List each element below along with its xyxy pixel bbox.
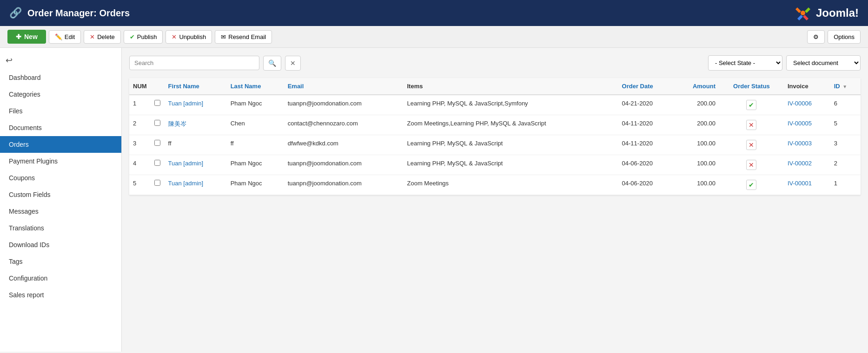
col-header-order-status[interactable]: Order Status <box>719 78 784 95</box>
sidebar-item-documents[interactable]: Documents <box>0 119 121 136</box>
state-filter[interactable]: - Select State - Published Unpublished <box>708 55 782 71</box>
cell-checkbox <box>151 115 165 135</box>
table-row: 5 Tuan [admin] Pham Ngoc tuanpn@joomdona… <box>129 175 861 195</box>
cell-order-date: 04-11-2020 <box>618 115 675 135</box>
cell-invoice: IV-00005 <box>784 115 830 135</box>
cell-checkbox <box>151 135 165 155</box>
cell-invoice: IV-00001 <box>784 175 830 195</box>
cell-invoice: IV-00002 <box>784 155 830 175</box>
cell-invoice: IV-00006 <box>784 95 830 115</box>
sidebar-item-sales-report[interactable]: Sales report <box>0 287 121 303</box>
invoice-link[interactable]: IV-00001 <box>788 180 812 187</box>
status-x-icon[interactable]: ✕ <box>746 120 756 130</box>
resend-email-button[interactable]: ✉ Resend Email <box>215 30 272 44</box>
firstname-link[interactable]: Tuan [admin] <box>168 100 203 107</box>
sidebar-item-configuration[interactable]: Configuration <box>0 270 121 287</box>
sidebar-item-translations[interactable]: Translations <box>0 220 121 236</box>
filter-right: - Select State - Published Unpublished S… <box>708 55 861 71</box>
document-filter[interactable]: Select document <box>786 55 861 71</box>
table-row: 1 Tuan [admin] Pham Ngoc tuanpn@joomdona… <box>129 95 861 115</box>
edit-button[interactable]: ✏️ Edit <box>49 30 81 44</box>
sidebar-item-files[interactable]: Files <box>0 103 121 119</box>
status-check-icon[interactable]: ✔ <box>746 180 756 190</box>
sidebar-item-categories[interactable]: Categories <box>0 86 121 103</box>
firstname-link[interactable]: Tuan [admin] <box>168 180 203 187</box>
cell-amount: 100.00 <box>675 135 719 155</box>
cell-items: Zoom Meetings <box>404 175 618 195</box>
status-check-icon[interactable]: ✔ <box>746 100 756 110</box>
col-header-firstname[interactable]: First Name <box>165 78 227 95</box>
status-x-icon[interactable]: ✕ <box>746 140 756 150</box>
cell-order-status: ✔ <box>719 175 784 195</box>
cell-email: tuanpn@joomdonation.com <box>284 155 404 175</box>
link-icon: 🔗 <box>9 7 22 19</box>
page-title: Order Manager: Orders <box>27 8 130 19</box>
sidebar-item-tags[interactable]: Tags <box>0 253 121 270</box>
firstname-link[interactable]: Tuan [admin] <box>168 160 203 167</box>
invoice-link[interactable]: IV-00006 <box>788 100 812 107</box>
cell-order-status: ✕ <box>719 115 784 135</box>
col-header-amount[interactable]: Amount <box>675 78 719 95</box>
row-checkbox[interactable] <box>154 140 160 146</box>
search-input[interactable] <box>129 56 259 70</box>
options-button[interactable]: Options <box>828 30 861 44</box>
cell-items: Learning PHP, MySQL & JavaScript <box>404 135 618 155</box>
sidebar-item-orders[interactable]: Orders <box>0 136 121 153</box>
cell-firstname: Tuan [admin] <box>165 175 227 195</box>
cell-num: 1 <box>129 95 151 115</box>
toolbar: ✚ New ✏️ Edit ✕ Delete ✔ Publish ✕ Unpub… <box>0 26 868 48</box>
clear-search-button[interactable]: ✕ <box>285 56 301 71</box>
new-button[interactable]: ✚ New <box>7 30 46 44</box>
cell-firstname: ff <box>165 135 227 155</box>
cell-amount: 100.00 <box>675 155 719 175</box>
row-checkbox[interactable] <box>154 160 160 166</box>
cell-amount: 100.00 <box>675 175 719 195</box>
sidebar-item-payment-plugins[interactable]: Payment Plugins <box>0 153 121 170</box>
invoice-link[interactable]: IV-00002 <box>788 160 812 167</box>
joomla-logo: Joomla! <box>794 4 859 22</box>
table-row: 2 陳美岑 Chen contact@chennozaro.com Zoom M… <box>129 115 861 135</box>
sidebar-item-coupons[interactable]: Coupons <box>0 170 121 186</box>
sidebar-item-dashboard[interactable]: Dashboard <box>0 69 121 86</box>
top-header: 🔗 Order Manager: Orders Joomla! <box>0 0 868 26</box>
unpublish-button[interactable]: ✕ Unpublish <box>166 30 212 44</box>
col-header-id[interactable]: ID ▼ <box>830 78 861 95</box>
gear-button[interactable]: ⚙ <box>807 30 825 44</box>
status-x-icon[interactable]: ✕ <box>746 160 756 170</box>
col-header-order-date[interactable]: Order Date <box>618 78 675 95</box>
content-area: 🔍 ✕ - Select State - Published Unpublish… <box>122 48 868 352</box>
edit-icon: ✏️ <box>55 33 62 40</box>
search-icon: 🔍 <box>268 59 276 67</box>
col-header-invoice: Invoice <box>784 78 830 95</box>
cell-items: Learning PHP, MySQL & JavaScript <box>404 155 618 175</box>
sidebar-item-messages[interactable]: Messages <box>0 203 121 220</box>
cell-amount: 200.00 <box>675 115 719 135</box>
col-header-checkbox <box>151 78 165 95</box>
table-row: 3 ff ff dfwfwe@kdkd.com Learning PHP, My… <box>129 135 861 155</box>
col-header-lastname[interactable]: Last Name <box>227 78 284 95</box>
cell-num: 3 <box>129 135 151 155</box>
plus-icon: ✚ <box>16 33 21 40</box>
delete-icon: ✕ <box>90 33 95 40</box>
publish-button[interactable]: ✔ Publish <box>124 30 163 44</box>
invoice-link[interactable]: IV-00003 <box>788 140 812 147</box>
sort-arrow-id: ▼ <box>842 84 847 89</box>
sidebar-item-download-ids[interactable]: Download IDs <box>0 236 121 253</box>
sidebar-item-custom-fields[interactable]: Custom Fields <box>0 186 121 203</box>
cell-email: dfwfwe@kdkd.com <box>284 135 404 155</box>
search-button[interactable]: 🔍 <box>263 56 281 71</box>
row-checkbox[interactable] <box>154 120 160 126</box>
clear-icon: ✕ <box>290 59 296 67</box>
col-header-num: NUM <box>129 78 151 95</box>
firstname-link[interactable]: 陳美岑 <box>168 120 186 127</box>
row-checkbox[interactable] <box>154 180 160 186</box>
gear-icon: ⚙ <box>813 33 819 40</box>
toolbar-left: ✚ New ✏️ Edit ✕ Delete ✔ Publish ✕ Unpub… <box>7 30 272 44</box>
delete-button[interactable]: ✕ Delete <box>84 30 121 44</box>
unpublish-icon: ✕ <box>172 33 177 40</box>
col-header-email[interactable]: Email <box>284 78 404 95</box>
invoice-link[interactable]: IV-00005 <box>788 120 812 127</box>
row-checkbox[interactable] <box>154 100 160 106</box>
cell-lastname: Pham Ngoc <box>227 95 284 115</box>
sidebar-toggle[interactable]: ↩ <box>0 52 121 69</box>
